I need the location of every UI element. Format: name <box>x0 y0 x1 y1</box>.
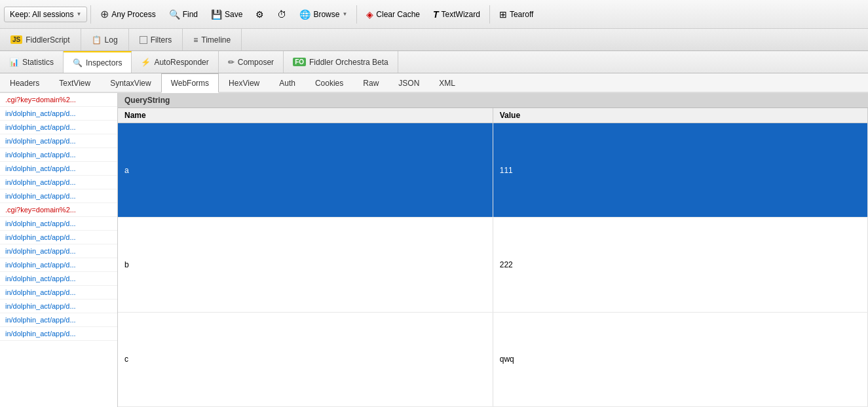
table-body: a111b222cqwq <box>118 123 868 407</box>
subtab-raw[interactable]: Raw <box>353 73 388 92</box>
list-item[interactable]: in/dolphin_act/app/d... <box>0 258 117 272</box>
list-item[interactable]: in/dolphin_act/app/d... <box>0 313 117 327</box>
list-item[interactable]: .cgi?key=domain%2... <box>0 203 117 217</box>
table-cell-name: b <box>118 218 493 312</box>
log-icon: 📋 <box>92 35 102 45</box>
table-row[interactable]: b222 <box>118 218 868 312</box>
keep-sessions-button[interactable]: Keep: All sessions ▼ <box>4 7 87 22</box>
list-item[interactable]: in/dolphin_act/app/d... <box>0 134 117 148</box>
subtab-xml[interactable]: XML <box>429 73 465 92</box>
find-icon: 🔍 <box>169 9 180 20</box>
filters-checkbox-icon <box>140 36 147 44</box>
table-col-value: Value <box>493 108 867 123</box>
fiddlerorchestra-label: Fiddler Orchestra Beta <box>309 58 388 67</box>
list-item[interactable]: in/dolphin_act/app/d... <box>0 189 117 203</box>
textwizard-icon: T <box>433 9 439 20</box>
main-content: .cgi?key=domain%2... in/dolphin_act/app/… <box>0 93 868 407</box>
querystring-section-header: QueryString <box>118 93 868 108</box>
syntaxview-label: SyntaxView <box>110 79 151 88</box>
subtabbar: Headers TextView SyntaxView WebForms Hex… <box>0 73 868 93</box>
composer-label: Composer <box>238 58 274 67</box>
tab-fiddlerorchestra[interactable]: FO Fiddler Orchestra Beta <box>284 51 398 73</box>
find-label: Find <box>183 10 198 19</box>
list-item[interactable]: in/dolphin_act/app/d... <box>0 217 117 231</box>
json-label: JSON <box>398 79 419 88</box>
keep-sessions-dropdown-arrow: ▼ <box>76 11 81 17</box>
browse-label: Browse <box>313 10 339 19</box>
subtab-textview[interactable]: TextView <box>49 73 100 92</box>
list-item[interactable]: in/dolphin_act/app/d... <box>0 244 117 258</box>
tab-fiddlerscript[interactable]: JS FiddlerScript <box>0 29 81 50</box>
subtab-cookies[interactable]: Cookies <box>305 73 353 92</box>
keep-sessions-label: Keep: All sessions <box>10 10 73 19</box>
inspectors-icon: 🔍 <box>73 58 83 68</box>
inspectors-label: Inspectors <box>86 58 122 68</box>
list-item[interactable]: in/dolphin_act/app/d... <box>0 272 117 286</box>
clear-cache-icon: ◈ <box>366 9 373 20</box>
raw-label: Raw <box>363 79 379 88</box>
clear-cache-label: Clear Cache <box>376 10 420 19</box>
subtab-hexview[interactable]: HexView <box>219 73 269 92</box>
subtab-json[interactable]: JSON <box>388 73 429 92</box>
browse-icon: 🌐 <box>299 9 311 20</box>
timer-button[interactable]: ⏱ <box>271 6 292 23</box>
tab-statistics[interactable]: 📊 Statistics <box>0 51 64 73</box>
separator-2 <box>356 5 357 24</box>
tab-timeline[interactable]: ≡ Timeline <box>183 29 242 50</box>
filters-label: Filters <box>151 35 172 45</box>
auth-label: Auth <box>279 79 295 88</box>
settings-button[interactable]: ⚙ <box>250 6 270 23</box>
subtab-webforms[interactable]: WebForms <box>161 73 219 93</box>
tab-autoresponder[interactable]: ⚡ AutoResponder <box>132 51 218 73</box>
subtab-syntaxview[interactable]: SyntaxView <box>100 73 160 92</box>
table-col-name: Name <box>118 108 493 123</box>
any-process-button[interactable]: ⊕ Any Process <box>94 5 161 24</box>
list-item[interactable]: in/dolphin_act/app/d... <box>0 286 117 300</box>
tearoff-label: Tearoff <box>510 10 533 19</box>
list-item[interactable]: in/dolphin_act/app/d... <box>0 300 117 313</box>
fiddlerorchestra-icon: FO <box>293 58 306 66</box>
textwizard-label: TextWizard <box>442 10 480 19</box>
table-cell-name: c <box>118 312 493 406</box>
find-button[interactable]: 🔍 Find <box>163 6 204 23</box>
table-cell-value: 111 <box>493 123 867 218</box>
clear-cache-button[interactable]: ◈ Clear Cache <box>360 6 426 23</box>
list-item[interactable]: in/dolphin_act/app/d... <box>0 107 117 121</box>
settings-icon: ⚙ <box>255 9 264 20</box>
tab-composer[interactable]: ✏ Composer <box>219 51 284 73</box>
browse-button[interactable]: 🌐 Browse ▼ <box>293 6 353 23</box>
separator-1 <box>90 5 91 24</box>
separator-3 <box>489 5 490 24</box>
tearoff-button[interactable]: ⊞ Tearoff <box>493 6 539 23</box>
table-cell-name: a <box>118 123 493 218</box>
tab-inspectors[interactable]: 🔍 Inspectors <box>64 51 132 73</box>
tab-filters[interactable]: Filters <box>129 29 183 50</box>
list-item[interactable]: .cgi?key=domain%2... <box>0 93 117 107</box>
table-row[interactable]: cqwq <box>118 312 868 406</box>
subtab-auth[interactable]: Auth <box>269 73 305 92</box>
fiddlerscript-icon: JS <box>10 35 22 44</box>
list-item[interactable]: in/dolphin_act/app/d... <box>0 121 117 134</box>
toolbar: Keep: All sessions ▼ ⊕ Any Process 🔍 Fin… <box>0 0 868 29</box>
subtab-headers[interactable]: Headers <box>0 73 49 92</box>
headers-label: Headers <box>10 79 39 88</box>
save-button[interactable]: 💾 Save <box>205 6 248 23</box>
list-item[interactable]: in/dolphin_act/app/d... <box>0 327 117 341</box>
save-icon: 💾 <box>211 9 222 20</box>
left-panel: .cgi?key=domain%2... in/dolphin_act/app/… <box>0 93 118 407</box>
log-label: Log <box>105 35 118 45</box>
any-process-label: Any Process <box>111 10 155 19</box>
cookies-label: Cookies <box>315 79 343 88</box>
table-row[interactable]: a111 <box>118 123 868 218</box>
list-item[interactable]: in/dolphin_act/app/d... <box>0 148 117 162</box>
tab-log[interactable]: 📋 Log <box>81 29 129 50</box>
autoresponder-label: AutoResponder <box>154 58 208 67</box>
list-item[interactable]: in/dolphin_act/app/d... <box>0 162 117 176</box>
browse-dropdown-arrow: ▼ <box>342 11 347 17</box>
list-item[interactable]: in/dolphin_act/app/d... <box>0 176 117 189</box>
webforms-label: WebForms <box>171 79 209 88</box>
textwizard-button[interactable]: T TextWizard <box>427 6 486 23</box>
querystring-label: QueryString <box>124 96 170 105</box>
tabbar1: JS FiddlerScript 📋 Log Filters ≡ Timelin… <box>0 29 868 51</box>
list-item[interactable]: in/dolphin_act/app/d... <box>0 231 117 244</box>
